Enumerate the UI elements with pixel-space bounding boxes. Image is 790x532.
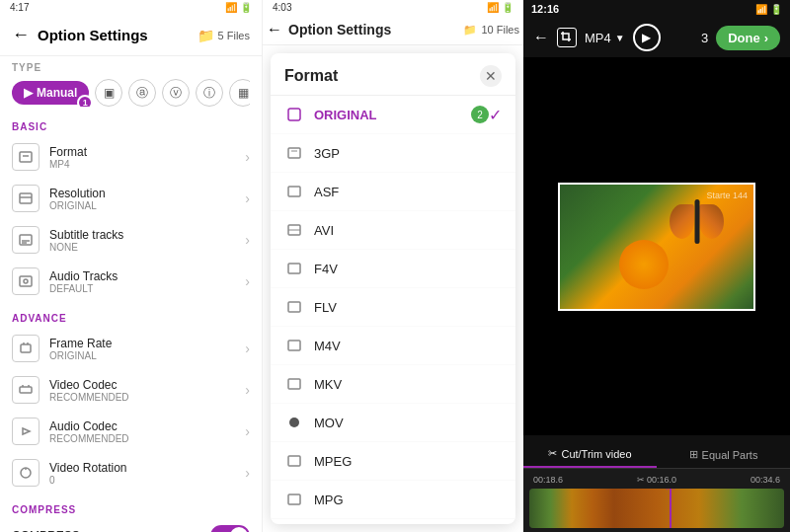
option-settings-panel: 4:17 📶 🔋 ← Option Settings 📁 5 Files TYP…	[0, 0, 262, 532]
format-icon-mpeg	[284, 451, 304, 471]
audio-codec-icon	[12, 418, 40, 445]
back-button-p2[interactable]: ←	[267, 21, 282, 38]
frame-rate-name: Frame Rate	[49, 337, 245, 350]
status-time-p2: 4:03	[273, 2, 291, 13]
svg-rect-12	[20, 387, 32, 393]
p2-files-badge: 📁 10 Files	[463, 24, 519, 37]
format-item-original[interactable]: ORIGINAL 2 ✓	[271, 96, 515, 134]
format-item-mov[interactable]: MOV	[271, 404, 515, 442]
thumb-3	[699, 489, 784, 528]
format-setting[interactable]: Format MP4 ›	[0, 136, 262, 178]
video-rotation-info: Video Rotation 0	[49, 461, 245, 486]
thumb-2	[614, 489, 699, 528]
format-icon-asf	[284, 182, 304, 201]
audio-tracks-setting[interactable]: Audio Tracks DEFAULT ›	[0, 261, 262, 302]
status-time-p1: 4:17	[10, 2, 29, 13]
format-name-m4v: M4V	[314, 339, 502, 353]
svg-rect-26	[288, 379, 300, 389]
type-icon-5[interactable]: ▦	[229, 79, 250, 107]
compress-toggle[interactable]	[210, 525, 250, 532]
frame-rate-info: Frame Rate ORIGINAL	[49, 337, 245, 361]
format-item-f4v[interactable]: F4V	[271, 250, 515, 288]
compress-section-header: COMPRESS	[0, 494, 262, 519]
back-button-p1[interactable]: ←	[12, 25, 30, 45]
files-icon-p1: 📁	[198, 28, 214, 43]
format-item-avi[interactable]: AVI	[271, 211, 515, 250]
format-info: Format MP4	[49, 145, 245, 170]
resolution-name: Resolution	[49, 187, 245, 200]
tab-cut-label: Cut/Trim video	[561, 448, 631, 460]
play-button-p3[interactable]: ▶	[633, 24, 661, 51]
format-name-avi: AVI	[314, 223, 502, 238]
subtitle-info: Subtitle tracks NONE	[49, 228, 245, 253]
format-list: ORIGINAL 2 ✓ 3GP ASF AVI	[271, 96, 515, 524]
video-watermark: Starte 144	[706, 190, 748, 200]
tab-equal-parts[interactable]: ⊞ Equal Parts	[657, 441, 790, 468]
format-item-mpg[interactable]: MPG	[271, 481, 515, 519]
compress-label: COMPRESS	[12, 504, 76, 515]
video-rotation-chevron: ›	[245, 465, 250, 481]
video-rotation-setting[interactable]: Video Rotation 0 ›	[0, 452, 262, 494]
basic-section-header: BASIC	[0, 111, 262, 136]
format-item-3gp[interactable]: 3GP	[271, 134, 515, 173]
panel2-header: ← Option Settings 📁 10 Files	[263, 15, 523, 45]
type-icon-3[interactable]: ⓥ	[162, 79, 190, 107]
butterfly-body	[694, 199, 699, 244]
format-icon-flv	[284, 297, 304, 317]
subtitle-setting[interactable]: Subtitle tracks NONE ›	[0, 219, 262, 261]
done-button-p3[interactable]: Done ›	[716, 26, 780, 50]
svg-rect-24	[288, 302, 300, 312]
video-frame: Starte 144	[558, 183, 755, 311]
crop-handle-tl[interactable]	[558, 183, 570, 194]
frame-rate-setting[interactable]: Frame Rate ORIGINAL ›	[0, 328, 262, 369]
format-name-mkv: MKV	[314, 377, 502, 392]
type-icon-4[interactable]: ⓘ	[196, 79, 223, 107]
svg-rect-17	[288, 109, 300, 120]
audio-codec-info: Audio Codec RECOMMENDED	[49, 419, 245, 444]
format-dialog-panel: 4:03 📶 🔋 ← Option Settings 📁 10 Files Fo…	[262, 0, 523, 532]
video-codec-icon	[12, 376, 40, 404]
manual-badge: 1	[77, 95, 93, 107]
format-value: MP4	[49, 159, 245, 170]
status-bar-p1: 4:17 📶 🔋	[0, 0, 262, 15]
format-item-flv[interactable]: FLV	[271, 288, 515, 327]
type-label: TYPE	[12, 62, 250, 73]
svg-rect-7	[20, 276, 32, 286]
video-codec-info: Video Codec RECOMMENDED	[49, 378, 245, 403]
format-item-mpeg[interactable]: MPEG	[271, 442, 515, 481]
format-label-p3: MP4	[585, 31, 611, 45]
close-dialog-button[interactable]: ✕	[480, 65, 502, 87]
tab-equal-label: Equal Parts	[702, 449, 758, 461]
type-icon-1[interactable]: ▣	[95, 79, 122, 107]
timeline-markers: 00:18.6 ✂ 00:16.0 00:34.6	[529, 473, 784, 487]
format-icon-mov	[284, 413, 304, 432]
status-icons-p1: 📶 🔋	[225, 2, 252, 13]
resolution-setting[interactable]: Resolution ORIGINAL ›	[0, 178, 262, 219]
format-item-mkv[interactable]: MKV	[271, 365, 515, 404]
status-icons-p2: 📶 🔋	[487, 2, 514, 13]
manual-type-button[interactable]: ▶ Manual 1	[12, 81, 89, 105]
format-item-m4v[interactable]: M4V	[271, 327, 515, 365]
svg-rect-28	[288, 456, 300, 466]
crop-icon[interactable]	[557, 28, 577, 47]
grid-icon: ⊞	[689, 448, 698, 461]
p3-bottom-panel: ✂ Cut/Trim video ⊞ Equal Parts 00:18.6 ✂…	[523, 435, 790, 532]
format-item-mp4[interactable]: MP4	[271, 519, 515, 524]
crop-handle-br[interactable]	[744, 299, 755, 311]
crop-handle-bl[interactable]	[558, 299, 570, 311]
audio-codec-setting[interactable]: Audio Codec RECOMMENDED ›	[0, 411, 262, 452]
timeline-track[interactable]: ✂	[529, 489, 784, 528]
p3-toolbar: ← MP4 ▼ ▶ 3 Done ›	[523, 18, 790, 57]
tab-cut-trim[interactable]: ✂ Cut/Trim video	[523, 441, 657, 468]
step-number: 3	[701, 31, 708, 45]
cut-scissors-icon: ✂	[637, 475, 645, 485]
format-icon-mpg	[284, 490, 304, 509]
cut-position-marker: ✂	[670, 489, 672, 528]
type-options: ▶ Manual 1 ▣ ⓐ ⓥ ⓘ ▦ ♡	[12, 79, 250, 107]
format-item-asf[interactable]: ASF	[271, 173, 515, 211]
back-button-p3[interactable]: ←	[533, 29, 549, 46]
video-codec-setting[interactable]: Video Codec RECOMMENDED ›	[0, 369, 262, 411]
manual-label: Manual	[37, 86, 77, 100]
type-icon-2[interactable]: ⓐ	[128, 79, 156, 107]
format-selector-p3[interactable]: MP4 ▼	[585, 31, 625, 45]
